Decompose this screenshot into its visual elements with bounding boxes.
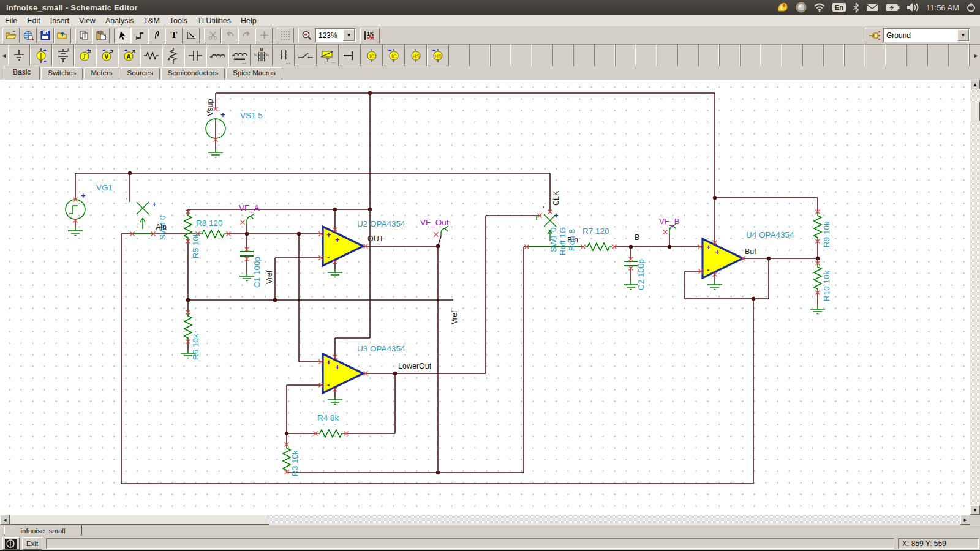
keyboard-layout-indicator[interactable]: En: [832, 3, 846, 12]
resistor-r10[interactable]: R10 10k: [810, 261, 831, 314]
resistor-r8[interactable]: R8 120: [196, 219, 231, 238]
mail-icon[interactable]: [866, 3, 878, 12]
component-resistor-button[interactable]: [140, 45, 162, 66]
horizontal-scrollbar[interactable]: ◄ ►: [0, 515, 970, 525]
horizontal-scroll-thumb[interactable]: [10, 515, 270, 525]
component-capacitor-button[interactable]: [184, 45, 206, 66]
bluetooth-icon[interactable]: [853, 2, 859, 13]
component-potentiometer-button[interactable]: [162, 45, 184, 66]
component-ground-button[interactable]: [8, 45, 30, 66]
sheet-tab-infnoise-small[interactable]: infnoise_small: [4, 525, 82, 536]
tab-sources[interactable]: Sources: [121, 67, 160, 80]
dimension-tool-button[interactable]: [183, 28, 200, 43]
component-battery-button[interactable]: +: [52, 45, 74, 66]
capacitor-c2[interactable]: C2 100p: [624, 257, 646, 291]
resistor-r6[interactable]: R6 10k: [181, 310, 200, 361]
menu-tools[interactable]: Tools: [165, 16, 192, 26]
component-voltage-source-button[interactable]: +-: [30, 45, 52, 66]
resistor-r4[interactable]: R4 8k: [314, 413, 349, 437]
schematic-mode-button[interactable]: [2, 537, 20, 550]
resistor-r7[interactable]: R7 120: [581, 227, 617, 250]
open-from-web-button[interactable]: [20, 28, 37, 43]
text-tool-button[interactable]: T: [165, 28, 183, 43]
app-indicator-icon[interactable]: [777, 2, 789, 13]
wifi-icon[interactable]: [813, 2, 826, 12]
menu-tm[interactable]: T&M: [138, 16, 164, 26]
volume-icon[interactable]: [907, 2, 919, 12]
opamp-u2[interactable]: U2 OPA4354 OUT: [319, 219, 406, 277]
menu-view[interactable]: View: [74, 16, 100, 26]
tab-basic[interactable]: Basic: [4, 66, 40, 80]
draw-tool-button[interactable]: [148, 28, 165, 43]
opamp-u3[interactable]: U3 OPA4354 LowerOut: [319, 344, 432, 405]
resistor-r5[interactable]: R5 10k: [184, 210, 200, 259]
redo-button[interactable]: [238, 28, 255, 43]
resistor-r3[interactable]: R3 10k: [283, 443, 300, 477]
battery-icon[interactable]: [885, 4, 900, 12]
resistor-r9[interactable]: R9 10k: [814, 210, 831, 248]
compbar-scroll-left[interactable]: ◄: [0, 45, 8, 66]
menu-insert[interactable]: Insert: [45, 16, 74, 26]
component-open-terminal-button[interactable]: [339, 45, 361, 66]
undo-button[interactable]: [221, 28, 238, 43]
menu-ti-utilities[interactable]: TI Utilities: [192, 16, 236, 26]
vertical-scroll-thumb[interactable]: [970, 102, 980, 121]
tab-switches[interactable]: Switches: [41, 67, 83, 80]
zoom-tool-button[interactable]: [298, 28, 315, 43]
wire-tool-button[interactable]: [131, 28, 148, 43]
menu-edit[interactable]: Edit: [22, 16, 45, 26]
exit-button[interactable]: Exit: [22, 537, 42, 550]
menu-file[interactable]: File: [0, 16, 22, 26]
component-hs-plus-button[interactable]: HS +: [427, 45, 449, 66]
capacitor-c1[interactable]: C1 100p: [239, 247, 262, 288]
component-coupled-inductors-button[interactable]: ...: [273, 45, 295, 66]
find-component-button[interactable]: [865, 28, 883, 43]
select-tool-button[interactable]: [114, 28, 131, 43]
switch-sw1[interactable]: + ' SW1 0 Roff 1G Ron 8 CLK Bin: [525, 190, 584, 255]
grid-toggle-button[interactable]: [277, 28, 294, 43]
component-voltage-generator-button[interactable]: +: [74, 45, 96, 66]
wires[interactable]: [75, 93, 818, 484]
probe-vf-out[interactable]: VF_Out: [420, 218, 449, 246]
zoom-dropdown-arrow[interactable]: ▼: [343, 29, 355, 41]
scroll-up-button[interactable]: ▲: [970, 80, 980, 89]
opamp-u4[interactable]: U4 OPA4354 Buf: [698, 230, 795, 290]
menu-help[interactable]: Help: [236, 16, 262, 26]
component-voltmeter-button[interactable]: V +: [96, 45, 118, 66]
tab-meters[interactable]: Meters: [84, 67, 119, 80]
component-switch-button[interactable]: [295, 45, 317, 66]
snap-button[interactable]: [255, 28, 273, 43]
vs1-voltage-source[interactable]: + VS1 5 Vsup: [206, 99, 263, 157]
scroll-down-button[interactable]: ▼: [970, 505, 980, 515]
probe-vf-a[interactable]: VF_A: [239, 203, 260, 234]
menu-analysis[interactable]: Analysis: [100, 16, 139, 26]
vg1-voltage-generator[interactable]: + VG1: [66, 183, 113, 236]
zoom-level-combobox[interactable]: 123% ▼: [315, 28, 356, 42]
scroll-left-button[interactable]: ◄: [0, 515, 10, 525]
clock[interactable]: 11:56 AM: [926, 3, 959, 12]
component-select-arrow[interactable]: ▼: [957, 29, 969, 41]
save-button[interactable]: [37, 28, 54, 43]
component-select-combobox[interactable]: Ground ▼: [883, 28, 970, 42]
vertical-scrollbar[interactable]: ▲ ▼: [970, 80, 980, 515]
component-ic-plus-button[interactable]: IC +: [383, 45, 405, 66]
copy-button[interactable]: [75, 28, 92, 43]
component-ammeter-button[interactable]: A +: [118, 45, 140, 66]
compbar-scroll-right[interactable]: ►: [972, 45, 980, 66]
component-inductor-core-button[interactable]: ...: [228, 45, 251, 66]
component-inductor-button[interactable]: [206, 45, 228, 66]
probe-vf-b[interactable]: VF_B: [659, 217, 680, 234]
import-button[interactable]: [54, 28, 71, 43]
open-file-button[interactable]: [2, 28, 20, 43]
paste-button[interactable]: [92, 28, 110, 43]
power-gear-icon[interactable]: [966, 2, 976, 13]
component-hs-button[interactable]: HS: [405, 45, 427, 66]
tab-spice-macros[interactable]: Spice Macros: [226, 67, 282, 80]
schematic-canvas[interactable]: + + -: [0, 80, 970, 515]
session-orb-icon[interactable]: [796, 2, 807, 13]
scroll-right-button[interactable]: ►: [960, 515, 970, 525]
show-values-button[interactable]: 1K: [360, 28, 380, 43]
component-transformer-button[interactable]: M L₁L₂: [251, 45, 273, 66]
cut-button[interactable]: [204, 28, 221, 43]
switch-sw4[interactable]: + ' SW4 0 Ain: [126, 197, 167, 240]
